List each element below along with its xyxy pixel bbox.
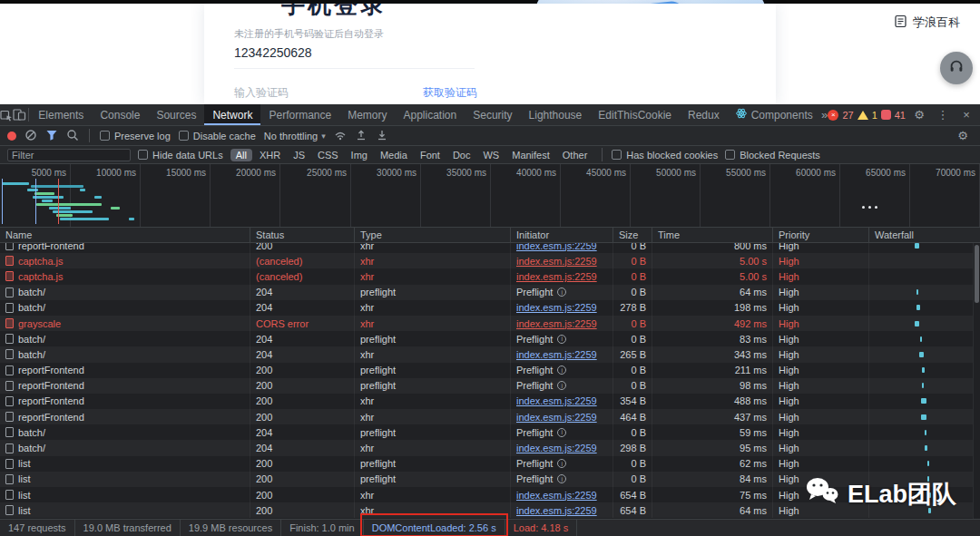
tab-console[interactable]: Console <box>92 104 148 125</box>
disable-cache-toggle[interactable]: Disable cache <box>179 131 256 141</box>
error-count-icon[interactable]: × <box>828 110 838 121</box>
warning-icon[interactable] <box>858 111 868 120</box>
initiator-link[interactable]: index.esm.js:2259 <box>516 243 597 251</box>
hide-data-urls-checkbox[interactable] <box>138 150 148 160</box>
column-header-size[interactable]: Size <box>612 228 652 242</box>
verification-code-input[interactable]: 输入验证码 <box>234 85 289 101</box>
network-row[interactable]: reportFrontend200xhrindex.esm.js:2259464… <box>0 409 973 424</box>
initiator-link[interactable]: index.esm.js:2259 <box>516 412 597 423</box>
filter-input[interactable]: Filter <box>7 149 131 161</box>
tab-redux[interactable]: Redux <box>680 104 728 125</box>
network-row[interactable]: batch/204xhrindex.esm.js:2259278 B198 ms… <box>0 300 973 316</box>
scrollbar[interactable] <box>973 243 980 519</box>
blocked-requests-toggle[interactable]: Blocked Requests <box>725 150 820 161</box>
blocked-requests-checkbox[interactable] <box>725 150 735 160</box>
info-icon[interactable]: i <box>557 428 566 437</box>
scrollbar-thumb[interactable] <box>975 245 979 303</box>
filter-pill-js[interactable]: JS <box>288 149 310 161</box>
throttling-dropdown[interactable]: No throttling ▾ <box>264 131 326 141</box>
initiator-link[interactable]: index.esm.js:2259 <box>516 395 597 406</box>
has-blocked-cookies-checkbox[interactable] <box>612 150 622 160</box>
export-har-icon[interactable] <box>376 129 388 143</box>
filter-pill-manifest[interactable]: Manifest <box>506 149 555 161</box>
network-overview-timeline[interactable]: 5000 ms10000 ms15000 ms20000 ms25000 ms3… <box>0 164 980 228</box>
get-code-link[interactable]: 获取验证码 <box>423 85 477 101</box>
kebab-menu-icon[interactable]: ⋮ <box>933 108 953 122</box>
hide-data-urls-toggle[interactable]: Hide data URLs <box>138 150 223 161</box>
filter-pill-font[interactable]: Font <box>415 149 446 161</box>
device-toolbar-icon[interactable] <box>13 104 26 125</box>
has-blocked-cookies-toggle[interactable]: Has blocked cookies <box>612 150 718 161</box>
tab-network[interactable]: Network <box>204 104 260 125</box>
column-header-time[interactable]: Time <box>652 228 772 242</box>
info-icon[interactable]: i <box>557 365 566 375</box>
filter-pill-all[interactable]: All <box>230 149 252 161</box>
network-row[interactable]: batch/204xhrindex.esm.js:2259265 B343 ms… <box>0 346 973 362</box>
filter-funnel-icon[interactable] <box>45 129 58 143</box>
network-row[interactable]: batch/204xhrindex.esm.js:2259298 B95 msH… <box>0 440 973 455</box>
initiator-link[interactable]: index.esm.js:2259 <box>516 505 597 516</box>
column-header-status[interactable]: Status <box>250 228 354 242</box>
tab-elements[interactable]: Elements <box>30 104 92 125</box>
network-row[interactable]: captcha.js(canceled)xhrindex.esm.js:2259… <box>0 268 973 284</box>
issues-icon[interactable] <box>881 110 891 120</box>
network-row[interactable]: reportFrontend200xhrindex.esm.js:22590 B… <box>0 243 973 253</box>
tab-security[interactable]: Security <box>465 104 520 125</box>
tab-components[interactable]: Components <box>728 104 821 125</box>
network-row[interactable]: reportFrontend200preflightPreflighti0 B9… <box>0 378 973 394</box>
network-row[interactable]: list200preflightPreflighti0 B62 msHigh <box>0 456 973 472</box>
initiator-link[interactable]: index.esm.js:2259 <box>516 318 597 329</box>
record-button[interactable] <box>7 132 16 141</box>
filter-pill-xhr[interactable]: XHR <box>254 149 286 161</box>
tab-sources[interactable]: Sources <box>148 104 204 125</box>
column-header-priority[interactable]: Priority <box>772 228 868 242</box>
site-brand-button[interactable]: 学浪百科 <box>894 15 960 31</box>
search-icon[interactable] <box>66 129 79 143</box>
network-conditions-icon[interactable] <box>334 129 347 143</box>
filter-pill-other[interactable]: Other <box>557 149 593 161</box>
clear-icon[interactable] <box>24 129 37 143</box>
import-har-icon[interactable] <box>355 129 368 143</box>
info-icon[interactable]: i <box>557 287 566 297</box>
network-row[interactable]: batch/204preflightPreflighti0 B64 msHigh <box>0 285 973 300</box>
tab-application[interactable]: Application <box>396 104 466 125</box>
network-row[interactable]: batch/204preflightPreflighti0 B59 msHigh <box>0 424 973 440</box>
network-row[interactable]: grayscaleCORS errorxhrindex.esm.js:22590… <box>0 316 973 331</box>
tab-performance[interactable]: Performance <box>260 104 339 125</box>
network-row[interactable]: reportFrontend200preflightPreflighti0 B2… <box>0 363 973 378</box>
tab-memory[interactable]: Memory <box>339 104 395 125</box>
network-settings-gear-icon[interactable]: ⚙ <box>953 129 973 142</box>
initiator-link[interactable]: index.esm.js:2259 <box>516 443 597 453</box>
preserve-log-checkbox[interactable] <box>100 131 110 141</box>
inspect-element-icon[interactable] <box>0 104 13 125</box>
column-header-name[interactable]: Name <box>0 228 250 242</box>
close-devtools-icon[interactable]: × <box>956 108 976 122</box>
more-tabs-button[interactable]: » <box>821 108 828 122</box>
filter-pill-css[interactable]: CSS <box>312 149 344 161</box>
network-row[interactable]: captcha.js(canceled)xhrindex.esm.js:2259… <box>0 253 973 268</box>
tab-lighthouse[interactable]: Lighthouse <box>521 104 591 125</box>
disable-cache-checkbox[interactable] <box>179 131 189 141</box>
initiator-link[interactable]: index.esm.js:2259 <box>516 302 597 313</box>
support-headset-button[interactable] <box>940 52 973 84</box>
filter-pill-img[interactable]: Img <box>346 149 373 161</box>
preserve-log-toggle[interactable]: Preserve log <box>100 131 171 141</box>
info-icon[interactable]: i <box>557 381 566 390</box>
initiator-link[interactable]: index.esm.js:2259 <box>516 490 597 501</box>
phone-number-input[interactable]: 12342250628 <box>234 45 475 69</box>
column-header-type[interactable]: Type <box>354 228 510 242</box>
network-row[interactable]: reportFrontend200xhrindex.esm.js:2259354… <box>0 394 973 409</box>
info-icon[interactable]: i <box>557 335 566 344</box>
filter-pill-doc[interactable]: Doc <box>447 149 476 161</box>
filter-pill-ws[interactable]: WS <box>477 149 505 161</box>
column-header-waterfall[interactable]: Waterfall <box>868 228 973 242</box>
tab-editthiscookie[interactable]: EditThisCookie <box>590 104 680 125</box>
network-row[interactable]: batch/204preflightPreflighti0 B83 msHigh <box>0 331 973 346</box>
initiator-link[interactable]: index.esm.js:2259 <box>516 256 597 267</box>
filter-pill-media[interactable]: Media <box>375 149 413 161</box>
initiator-link[interactable]: index.esm.js:2259 <box>516 271 597 282</box>
settings-gear-icon[interactable]: ⚙ <box>909 108 929 122</box>
info-icon[interactable]: i <box>557 459 566 468</box>
initiator-link[interactable]: index.esm.js:2259 <box>516 349 597 360</box>
column-header-initiator[interactable]: Initiator <box>510 228 612 242</box>
